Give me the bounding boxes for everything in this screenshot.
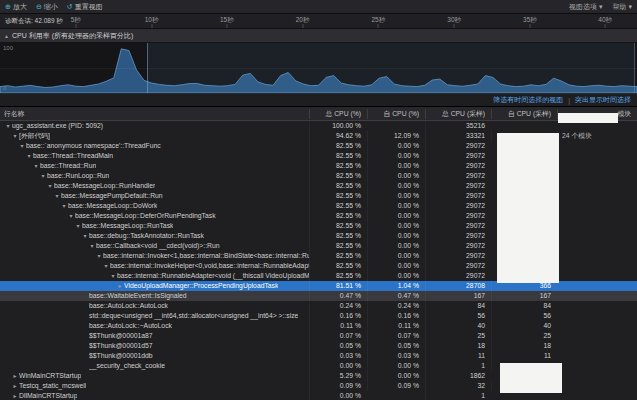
collapse-icon[interactable]: ▾ [46,181,54,191]
reset-view-button[interactable]: ↺ 重置视图 [67,2,103,12]
table-row[interactable]: $$Thunk@00001a870.07 %0.07 %2525 [0,331,637,341]
self-cpu-pct-cell: 0.00 % [367,181,425,191]
collapse-icon[interactable]: ▾ [109,271,117,281]
self-cpu-pct-cell: 0.00 % [367,371,425,381]
total-cpu-samples-cell: 29072 [425,181,491,191]
collapse-icon[interactable]: ▾ [32,161,40,171]
self-cpu-pct-cell: 0.00 % [367,201,425,211]
cpu-section-title: CPU 利用率 (所有处理器的采样百分比) [12,31,133,41]
total-cpu-samples-cell: 29072 [425,241,491,251]
filter-by-time-link[interactable]: 筛选有时间选择的视图 [493,95,563,105]
table-row[interactable]: ▾ugc_assistant.exe (PID: 5092)100.00 %35… [0,121,637,131]
row-name-cell: ▾base::RunLoop::Run [0,171,309,181]
y-axis-max-label: 100 [3,45,13,51]
function-name: base::MessageLoop::DeferOrRunPendingTask [75,211,216,221]
row-name-cell: __security_check_cookie [0,361,309,371]
row-name-cell: ▾base::MessageLoop::DoWork [0,201,309,211]
expand-icon[interactable]: ▸ [116,281,124,291]
zoom-in-icon: ⊕ [5,3,11,11]
table-row[interactable]: $$Thunk@00001ddb0.03 %0.03 %1111 [0,351,637,361]
table-row[interactable]: base::AutoLock::~AutoLock0.11 %0.11 %404… [0,321,637,331]
total-cpu-samples-cell: 29072 [425,191,491,201]
function-name: base::Callback<void __cdecl(void)>::Run [96,241,220,251]
total-cpu-samples-cell: 33321 [425,131,491,141]
total-cpu-pct-cell: 82.55 % [309,231,367,241]
zoom-in-button[interactable]: ⊕ 放大 [5,2,27,12]
function-name: ugc_assistant.exe (PID: 5092) [12,121,103,131]
time-selection-overlay[interactable] [147,43,636,93]
cpu-section-header[interactable]: ▴ CPU 利用率 (所有处理器的采样百分比) [0,29,637,43]
row-name-cell: $$Thunk@00001d57 [0,341,309,351]
row-name-cell: ▸WinMainCRTStartup [0,371,309,381]
self-cpu-pct-cell: 0.00 % [367,251,425,261]
time-tick-mark [454,24,455,28]
total-cpu-pct-cell: 0.24 % [309,301,367,311]
row-name-cell: ▸VideoUploadManager::ProcessPendingUploa… [0,281,309,291]
row-name-cell: ▾base::MessagePumpDefault::Run [0,191,309,201]
cpu-utilization-chart[interactable]: 100 0 [0,43,637,94]
expand-icon[interactable]: ▸ [11,371,19,381]
self-cpu-pct-cell: 0.16 % [367,311,425,321]
call-tree-header: 行名称 总 CPU (%) 自 CPU (%) 总 CPU (采样) 自 CPU… [0,107,637,121]
table-row[interactable]: std::deque<unsigned __int64,std::allocat… [0,311,637,321]
total-cpu-samples-cell: 11 [425,351,491,361]
collapse-icon[interactable]: ▾ [95,251,103,261]
collapse-icon[interactable]: ▾ [39,171,47,181]
highlight-selection-link[interactable]: 突出显示时间选择 [575,95,631,105]
function-name: base::MessageLoop::DoWork [68,201,157,211]
total-cpu-pct-cell: 82.55 % [309,221,367,231]
time-tick-mark [529,24,530,28]
total-cpu-samples-cell: 29072 [425,251,491,261]
self-cpu-pct-cell: 0.00 % [367,211,425,221]
collapse-icon[interactable]: ▾ [53,191,61,201]
row-name-cell: std::deque<unsigned __int64,std::allocat… [0,311,309,321]
self-cpu-pct-cell: 0.00 % [367,261,425,271]
collapse-icon[interactable]: ▾ [67,211,75,221]
collapse-icon[interactable]: ▾ [74,221,82,231]
collapse-icon[interactable]: ▾ [81,231,89,241]
self-cpu-pct-cell: 0.11 % [367,321,425,331]
expand-icon[interactable]: ▸ [11,391,19,400]
column-header-total-cpu-samples[interactable]: 总 CPU (采样) [425,109,491,119]
view-options-label: 视图选项 ▾ [569,2,602,12]
expand-icon[interactable]: ▸ [11,381,19,391]
collapse-icon[interactable]: ▾ [102,261,110,271]
view-options-dropdown[interactable]: 视图选项 ▾ [569,2,602,12]
function-name: [外部代码] [19,131,50,141]
table-row[interactable]: $$Thunk@00001d570.05 %0.05 %1818 [0,341,637,351]
collapse-icon[interactable]: ▾ [60,201,68,211]
self-cpu-pct-cell: 0.07 % [367,331,425,341]
total-cpu-samples-cell: 29072 [425,211,491,221]
column-header-self-cpu-samples[interactable]: 自 CPU (采样) [491,109,557,119]
collapse-icon[interactable]: ▾ [18,141,26,151]
self-cpu-pct-cell: 1.04 % [367,281,425,291]
total-cpu-pct-cell: 5.29 % [309,371,367,381]
timeline-ruler[interactable]: 诊断会话: 42.089 秒 5秒10秒15秒20秒25秒30秒35秒40秒 [0,14,637,29]
table-row[interactable]: base::AutoLock::AutoLock0.24 %0.24 %8484 [0,301,637,311]
total-cpu-pct-cell: 82.55 % [309,191,367,201]
function-name: __security_check_cookie [89,361,165,371]
column-header-total-cpu-pct[interactable]: 总 CPU (%) [309,109,367,119]
time-tick-mark [226,24,227,28]
total-cpu-pct-cell: 94.62 % [309,131,367,141]
column-header-row-name[interactable]: 行名称 [0,109,309,119]
self-cpu-pct-cell: 0.00 % [367,241,425,251]
total-cpu-samples-cell: 167 [425,291,491,301]
collapse-icon[interactable]: ▾ [25,151,33,161]
collapse-section-icon[interactable]: ▴ [5,32,8,39]
total-cpu-pct-cell: 0.47 % [309,291,367,301]
total-cpu-pct-cell: 82.55 % [309,161,367,171]
self-cpu-pct-cell: 0.00 % [367,271,425,281]
zoom-out-button[interactable]: ⊖ 缩小 [36,2,58,12]
self-cpu-samples-cell: 18 [491,341,557,351]
collapse-icon[interactable]: ▾ [88,241,96,251]
table-row[interactable]: base::WaitableEvent::IsSignaled0.47 %0.4… [0,291,637,301]
self-cpu-samples-cell: 56 [491,311,557,321]
help-dropdown[interactable]: 帮助 ▾ [613,2,632,12]
collapse-icon[interactable]: ▾ [11,131,19,141]
collapse-icon[interactable]: ▾ [4,121,12,131]
self-cpu-samples-cell: 84 [491,301,557,311]
total-cpu-pct-cell: 82.55 % [309,151,367,161]
total-cpu-samples-cell: 1 [425,391,491,400]
column-header-self-cpu-pct[interactable]: 自 CPU (%) [367,109,425,119]
